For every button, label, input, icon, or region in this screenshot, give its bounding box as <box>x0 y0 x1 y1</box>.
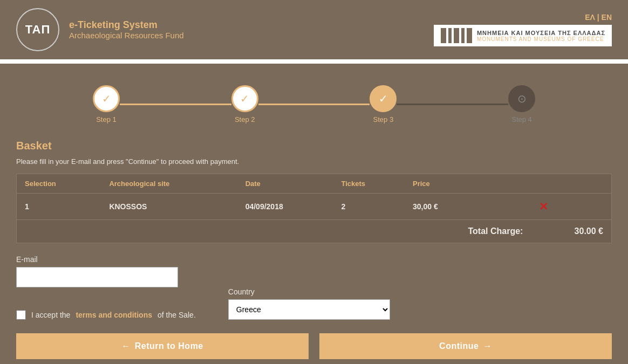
cell-site: KNOSSOS <box>101 194 237 220</box>
header-left: ΤΑΠ e-Ticketing System Archaeological Re… <box>16 8 184 51</box>
col-selection: Selection <box>17 174 101 194</box>
step-4-dot: ⊙ <box>517 92 527 105</box>
step-2-check: ✓ <box>240 92 249 105</box>
step-2-label: Step 2 <box>235 115 255 123</box>
step-1-label: Step 1 <box>96 115 117 123</box>
col-tickets: Tickets <box>333 174 405 194</box>
step-4-circle: ⊙ <box>508 85 535 112</box>
lang-el-link[interactable]: ΕΛ <box>585 13 595 22</box>
language-switcher: ΕΛ | EN <box>585 13 612 22</box>
step-3-check: ✓ <box>379 92 388 105</box>
country-select[interactable]: Greece Albania Austria Belgium Bulgaria … <box>228 299 390 320</box>
step-1: ✓ Step 1 <box>93 85 120 123</box>
terms-label-before: I accept the <box>31 311 70 319</box>
main-content: ✓ Step 1 ✓ Step 2 ✓ Step 3 <box>0 64 628 364</box>
cell-date: 04/09/2018 <box>237 194 333 220</box>
lang-en-link[interactable]: EN <box>602 13 612 22</box>
step-2: ✓ Step 2 <box>231 85 258 123</box>
terms-checkbox[interactable] <box>16 310 26 320</box>
step-1-circle: ✓ <box>93 85 120 112</box>
logo: ΤΑΠ <box>16 8 59 51</box>
col-site: Archeological site <box>101 174 237 194</box>
cell-selection: 1 <box>17 194 101 220</box>
step-3: ✓ Step 3 <box>370 85 397 123</box>
col-price: Price <box>405 174 531 194</box>
continue-arrow-icon <box>483 341 492 351</box>
step-1-check: ✓ <box>102 92 111 105</box>
lang-separator: | <box>597 13 599 22</box>
museum-icon <box>440 28 473 43</box>
total-row: Total Charge: 30.00 € <box>17 220 612 243</box>
country-group: Country Greece Albania Austria Belgium B… <box>228 287 390 320</box>
table-row: 1 KNOSSOS 04/09/2018 2 30,00 € ✕ <box>17 194 612 220</box>
museum-name-greek: ΜΝΗΜΕΙΑ ΚΑΙ ΜΟΥΣΕΙΑ ΤΗΣ ΕΛΛΑΔΑΣ <box>477 30 605 36</box>
step-line-1-2 <box>120 104 231 105</box>
basket-table: Selection Archeological site Date Ticket… <box>16 174 612 243</box>
cell-delete[interactable]: ✕ <box>531 194 611 220</box>
return-arrow-icon <box>121 341 131 351</box>
step-4: ⊙ Step 4 <box>508 85 535 123</box>
total-charge-label: Total Charge: <box>405 220 531 243</box>
logo-text: ΤΑΠ <box>25 23 51 37</box>
total-label <box>17 220 405 243</box>
cell-tickets: 2 <box>333 194 405 220</box>
white-divider <box>0 59 628 64</box>
email-label: E-mail <box>16 255 196 264</box>
museum-badge: ΜΝΗΜΕΙΑ ΚΑΙ ΜΟΥΣΕΙΑ ΤΗΣ ΕΛΛΑΔΑΣ MONUMENT… <box>434 25 612 46</box>
terms-label-after: of the Sale. <box>158 311 196 319</box>
steps-track: ✓ Step 1 ✓ Step 2 ✓ Step 3 <box>93 85 535 123</box>
app-title: e-Ticketing System <box>69 19 184 31</box>
step-3-circle: ✓ <box>370 85 397 112</box>
col-date: Date <box>237 174 333 194</box>
header-title-block: e-Ticketing System Archaeological Resour… <box>69 19 184 40</box>
museum-name-english: MONUMENTS AND MUSEUMS OF GREECE <box>477 36 605 42</box>
country-label: Country <box>228 287 390 296</box>
basket-subtitle: Please fill in your E-mail and press "Co… <box>16 157 612 166</box>
header-right: ΕΛ | EN ΜΝΗΜΕΙΑ ΚΑΙ ΜΟΥΣΕΙΑ ΤΗΣ ΕΛΛΑΔΑΣ … <box>434 13 612 46</box>
basket-title: Basket <box>16 140 612 152</box>
step-line-3-4 <box>397 104 508 105</box>
cell-price: 30,00 € <box>405 194 531 220</box>
col-action <box>531 174 611 194</box>
delete-icon[interactable]: ✕ <box>539 201 548 212</box>
email-field[interactable] <box>16 267 178 287</box>
app-subtitle: Archaeological Resources Fund <box>69 31 184 40</box>
step-4-label: Step 4 <box>511 115 532 123</box>
email-group: E-mail <box>16 255 196 287</box>
total-value: 30.00 € <box>531 220 611 243</box>
return-label: Return to Home <box>135 341 203 351</box>
step-2-circle: ✓ <box>231 85 258 112</box>
return-button[interactable]: Return to Home <box>16 333 309 359</box>
continue-button[interactable]: Continue <box>319 333 612 359</box>
step-line-2-3 <box>258 104 370 105</box>
terms-link[interactable]: terms and conditions <box>76 311 152 319</box>
step-3-label: Step 3 <box>373 115 394 123</box>
header: ΤΑΠ e-Ticketing System Archaeological Re… <box>0 0 628 59</box>
steps-container: ✓ Step 1 ✓ Step 2 ✓ Step 3 <box>16 85 612 123</box>
continue-label: Continue <box>439 341 479 351</box>
bottom-buttons: Return to Home Continue <box>16 333 612 359</box>
terms-checkbox-row: I accept the terms and conditions of the… <box>16 310 196 320</box>
museum-text-block: ΜΝΗΜΕΙΑ ΚΑΙ ΜΟΥΣΕΙΑ ΤΗΣ ΕΛΛΑΔΑΣ MONUMENT… <box>477 30 605 42</box>
